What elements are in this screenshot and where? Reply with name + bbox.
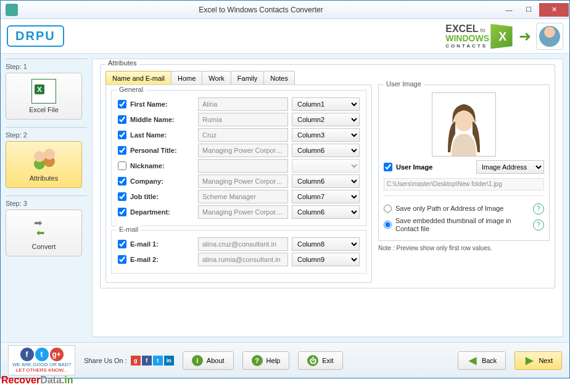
about-button[interactable]: iAbout [183, 351, 234, 370]
save-path-radio[interactable] [384, 205, 392, 213]
user-image-checkbox[interactable] [384, 163, 392, 171]
general-field-checkbox[interactable] [118, 115, 126, 124]
email-field-value [198, 237, 288, 251]
share-twitter-icon[interactable]: t [153, 356, 163, 365]
general-field-checkbox[interactable] [118, 177, 126, 186]
facebook-icon[interactable]: f [20, 348, 34, 361]
general-field-label: Company: [130, 178, 194, 185]
maximize-button[interactable] [519, 3, 538, 17]
share-gplus-icon[interactable]: g [131, 356, 141, 365]
footer: f t g+ WE ARE GOOD OR BAD?LET OTHERS KNO… [1, 342, 569, 378]
general-group: General First Name:Column1Middle Name:Co… [111, 90, 366, 226]
info-icon: i [192, 355, 203, 366]
minimize-button[interactable] [500, 3, 518, 17]
main-area: Step: 1 Excel File Step: 2 Attributes St… [1, 54, 569, 342]
email-field-column-select[interactable]: Column9 [292, 253, 360, 266]
general-field-label: Nickname: [130, 162, 194, 169]
app-icon [6, 4, 18, 16]
excel-x-icon: X [490, 23, 512, 49]
general-field-value [198, 174, 288, 188]
tab-name-email[interactable]: Name and E-mail [105, 71, 171, 85]
general-field-value [198, 97, 288, 111]
excel-file-icon [31, 79, 56, 104]
arrow-right-icon: ➜ [519, 28, 531, 45]
general-field-checkbox[interactable] [118, 131, 126, 139]
general-field-column-select[interactable]: Column2 [292, 113, 360, 126]
email-field-label: E-mail 2: [130, 256, 194, 263]
general-field-row: Department:Column6 [118, 205, 360, 219]
power-icon: ⏻ [307, 355, 318, 366]
email-field-label: E-mail 1: [130, 240, 194, 248]
general-field-row: Last Name:Column3 [118, 128, 360, 142]
general-field-value [198, 159, 288, 173]
general-field-checkbox[interactable] [118, 100, 126, 108]
general-field-value [198, 190, 288, 203]
save-embedded-radio[interactable] [384, 221, 392, 229]
help-path-icon[interactable]: ? [533, 203, 544, 214]
general-field-value [198, 144, 288, 157]
general-field-column-select[interactable]: Column6 [292, 144, 360, 157]
general-field-row: Company:Column6 [118, 174, 360, 188]
general-field-label: Job title: [130, 193, 194, 200]
drpu-logo: DRPU [7, 25, 64, 47]
tab-work[interactable]: Work [202, 71, 231, 85]
product-logo: EXCEL to WINDOWS CONTACTS X [445, 23, 514, 49]
email-field-checkbox[interactable] [118, 240, 126, 248]
watermark: RecoverData.in [1, 375, 73, 386]
tabs: Name and E-mail Home Work Family Notes [105, 71, 550, 85]
general-field-label: Personal Title: [130, 147, 194, 154]
arrow-right-icon: ▶ [524, 355, 535, 366]
general-field-column-select[interactable]: Column6 [292, 174, 360, 188]
general-field-label: Last Name: [130, 131, 194, 139]
email-field-row: E-mail 1:Column8 [118, 237, 360, 251]
back-button[interactable]: ◀Back [458, 351, 506, 370]
next-button[interactable]: ▶Next [514, 351, 562, 370]
help-button[interactable]: ?Help [242, 351, 290, 370]
sidebar: Step: 1 Excel File Step: 2 Attributes St… [1, 54, 92, 342]
user-photo-icon [439, 97, 489, 156]
general-field-column-select[interactable]: Column7 [292, 190, 360, 203]
close-button[interactable] [539, 3, 569, 17]
general-field-column-select[interactable]: Column1 [292, 97, 360, 111]
email-group: E-mail E-mail 1:Column8E-mail 2:Column9 [111, 230, 366, 274]
twitter-icon[interactable]: t [35, 348, 49, 361]
tab-home[interactable]: Home [171, 71, 202, 85]
window-title: Excel to Windows Contacts Converter [23, 6, 499, 14]
general-field-column-select[interactable]: Column3 [292, 128, 360, 142]
contact-avatar-icon [536, 23, 563, 50]
tab-notes[interactable]: Notes [263, 71, 295, 85]
general-field-row: Middle Name:Column2 [118, 113, 360, 126]
general-field-checkbox[interactable] [118, 192, 126, 201]
gplus-icon[interactable]: g+ [50, 348, 64, 361]
email-field-column-select[interactable]: Column8 [292, 237, 360, 251]
general-field-checkbox[interactable] [118, 161, 126, 170]
general-field-column-select[interactable]: Column6 [292, 205, 360, 219]
general-field-row: Job title:Column7 [118, 190, 360, 203]
step-excel-file-button[interactable]: Excel File [6, 73, 82, 120]
exit-button[interactable]: ⏻Exit [298, 351, 342, 370]
social-box[interactable]: f t g+ WE ARE GOOD OR BAD?LET OTHERS KNO… [8, 345, 75, 376]
general-field-row: First Name:Column1 [118, 97, 360, 111]
step-attributes-button[interactable]: Attributes [6, 141, 82, 188]
general-field-checkbox[interactable] [118, 208, 126, 216]
share-facebook-icon[interactable]: f [142, 356, 152, 365]
image-address-select[interactable]: Image Address [476, 160, 544, 174]
share-linkedin-icon[interactable]: in [164, 356, 174, 365]
user-image-group: User Image [378, 84, 550, 241]
tab-family[interactable]: Family [231, 71, 264, 85]
email-field-checkbox[interactable] [118, 255, 126, 264]
general-field-column-select[interactable] [292, 159, 360, 173]
general-field-row: Personal Title:Column6 [118, 144, 360, 157]
step-convert-button[interactable]: Convert [6, 210, 82, 256]
share-label: Share Us On : [84, 357, 127, 364]
preview-note: Note : Preview show only first row value… [378, 245, 550, 251]
window: Excel to Windows Contacts Converter DRPU… [0, 0, 570, 378]
general-field-label: Middle Name: [130, 116, 194, 123]
attributes-fieldset: Attributes Name and E-mail Home Work Fam… [100, 64, 555, 288]
fields-column: General First Name:Column1Middle Name:Co… [105, 84, 372, 283]
general-field-checkbox[interactable] [118, 146, 126, 155]
email-field-row: E-mail 2:Column9 [118, 253, 360, 266]
general-field-label: Department: [130, 208, 194, 216]
help-embedded-icon[interactable]: ? [533, 219, 544, 231]
general-field-value [198, 113, 288, 126]
